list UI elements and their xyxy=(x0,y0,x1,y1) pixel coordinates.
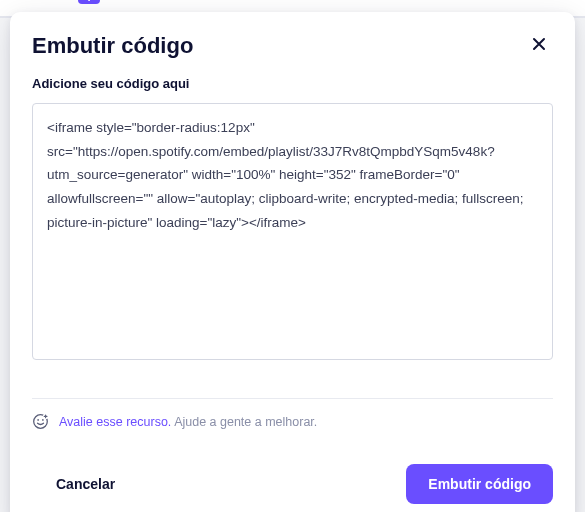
code-field-label: Adicione seu código aqui xyxy=(32,76,553,91)
feedback-link[interactable]: Avalie esse recurso. xyxy=(59,415,171,429)
modal-title: Embutir código xyxy=(32,33,193,59)
svg-point-1 xyxy=(37,419,39,421)
modal-footer: Cancelar Embutir código xyxy=(10,436,575,512)
feedback-text: Avalie esse recurso. Ajude a gente a mel… xyxy=(59,415,317,429)
embed-code-modal: Embutir código Adicione seu código aqui xyxy=(10,12,575,512)
smile-plus-icon xyxy=(32,413,49,430)
svg-point-2 xyxy=(42,419,44,421)
feedback-row: Avalie esse recurso. Ajude a gente a mel… xyxy=(10,399,575,436)
modal-body: Adicione seu código aqui xyxy=(10,76,575,382)
add-tab-button[interactable]: + xyxy=(78,0,100,4)
code-input[interactable] xyxy=(32,103,553,360)
modal-header: Embutir código xyxy=(10,12,575,76)
close-button[interactable] xyxy=(525,32,553,60)
close-icon xyxy=(531,36,547,56)
cancel-button[interactable]: Cancelar xyxy=(32,466,139,502)
embed-code-button[interactable]: Embutir código xyxy=(406,464,553,504)
feedback-subtext: Ajude a gente a melhorar. xyxy=(174,415,317,429)
